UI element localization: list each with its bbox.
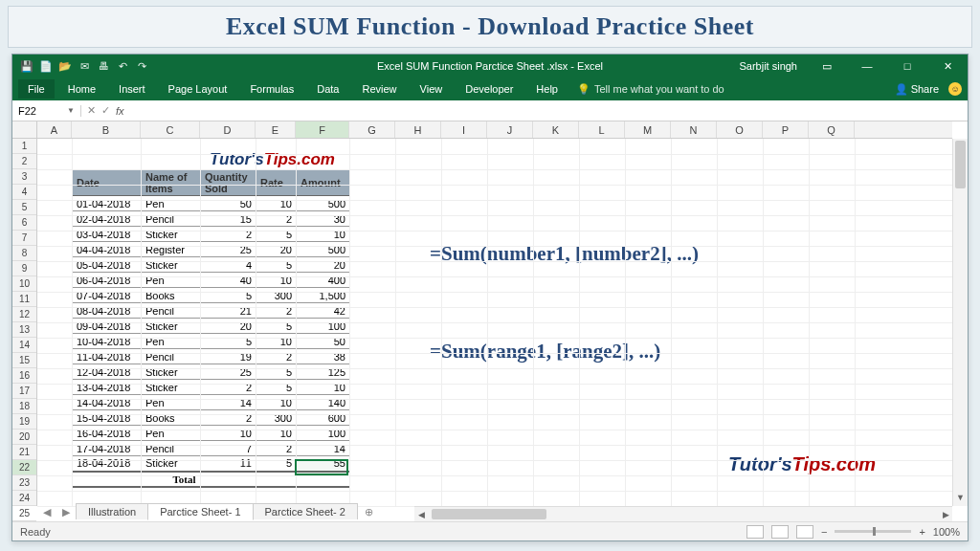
table-cell[interactable]: 20 (201, 319, 256, 334)
col-header-O[interactable]: O (717, 121, 763, 138)
col-header-I[interactable]: I (441, 121, 487, 138)
tab-developer[interactable]: Developer (456, 79, 523, 99)
sheet-nav-next-icon[interactable]: ▶ (56, 506, 76, 518)
table-cell[interactable]: 38 (297, 349, 350, 364)
table-cell[interactable]: 500 (297, 196, 350, 211)
scroll-down-icon[interactable]: ▼ (953, 493, 968, 506)
table-cell[interactable]: 30 (297, 211, 350, 227)
table-cell[interactable]: 40 (201, 273, 256, 288)
tab-home[interactable]: Home (58, 79, 105, 99)
row-header-7[interactable]: 7 (12, 231, 36, 246)
scroll-left-icon[interactable]: ◀ (414, 507, 428, 521)
row-header-12[interactable]: 12 (12, 307, 36, 322)
table-cell[interactable]: 5 (256, 364, 297, 380)
zoom-slider[interactable] (835, 530, 911, 533)
table-cell[interactable]: 14 (297, 441, 350, 456)
table-cell[interactable]: 7 (201, 441, 256, 456)
table-cell[interactable]: Sticker (142, 364, 201, 380)
name-box[interactable]: F22 ▼ (12, 105, 81, 117)
table-cell[interactable]: 25 (201, 364, 256, 380)
table-cell[interactable]: Sticker (142, 227, 201, 242)
row-header-10[interactable]: 10 (12, 276, 36, 292)
table-cell[interactable]: Sticker (142, 319, 201, 334)
table-row[interactable]: 17-04-2018Pencil7214 (73, 441, 350, 456)
table-cell[interactable]: 11-04-2018 (73, 349, 142, 364)
close-icon[interactable]: ✕ (931, 55, 964, 77)
table-cell[interactable]: 21 (201, 303, 256, 319)
tab-help[interactable]: Help (526, 79, 568, 99)
sheet-tab[interactable]: Parctice Sheet- 2 (253, 503, 358, 519)
table-cell[interactable]: 10 (297, 380, 350, 395)
table-cell[interactable]: 300 (256, 410, 297, 426)
tab-view[interactable]: View (411, 79, 453, 99)
table-cell[interactable]: 20 (256, 242, 297, 257)
table-cell[interactable]: Pencil (142, 303, 201, 319)
table-cell[interactable]: Sticker (142, 456, 201, 472)
tab-review[interactable]: Review (352, 79, 406, 99)
table-cell[interactable]: 55 (297, 456, 350, 472)
vscroll-thumb[interactable] (955, 141, 966, 188)
table-cell[interactable]: 2 (256, 441, 297, 456)
open-icon[interactable]: 📂 (58, 59, 72, 73)
table-cell[interactable]: 500 (297, 242, 350, 257)
table-row[interactable]: 15-04-2018Books2300600 (73, 410, 350, 426)
new-icon[interactable]: 📄 (39, 59, 53, 73)
table-cell[interactable]: 300 (256, 288, 297, 303)
select-all-corner[interactable] (12, 121, 37, 139)
col-header-J[interactable]: J (487, 121, 533, 138)
row-header-14[interactable]: 14 (12, 338, 36, 353)
table-row[interactable]: 02-04-2018Pencil15230 (73, 211, 350, 227)
table-cell[interactable]: Books (142, 410, 201, 426)
table-cell[interactable]: 19 (201, 349, 256, 364)
table-row[interactable]: 12-04-2018Sticker255125 (73, 364, 350, 380)
row-header-18[interactable]: 18 (12, 399, 36, 414)
save-icon[interactable]: 💾 (20, 59, 33, 73)
table-cell[interactable]: 14 (201, 395, 256, 410)
table-row[interactable]: 06-04-2018Pen4010400 (73, 273, 350, 288)
table-cell[interactable]: 4 (201, 257, 256, 273)
col-header-E[interactable]: E (256, 121, 296, 138)
table-cell[interactable]: 08-04-2018 (73, 303, 142, 319)
horizontal-scrollbar[interactable]: ◀ ▶ (414, 506, 952, 521)
table-cell[interactable]: Sticker (142, 380, 201, 395)
table-cell[interactable]: Register (142, 242, 201, 257)
maximize-icon[interactable]: □ (891, 55, 924, 77)
table-cell[interactable]: 14-04-2018 (73, 395, 142, 410)
total-cell[interactable] (297, 472, 350, 487)
table-cell[interactable]: Sticker (142, 257, 201, 273)
cells-canvas[interactable]: Tutor'sTips.com Tutor'sTips.com =Sum(num… (37, 139, 952, 506)
row-header-21[interactable]: 21 (12, 445, 36, 460)
table-cell[interactable]: 10 (256, 426, 297, 441)
sheet-tab[interactable]: Parctice Sheet- 1 (147, 503, 253, 520)
sheet-nav-prev-icon[interactable]: ◀ (37, 506, 56, 518)
table-cell[interactable]: 10 (256, 334, 297, 349)
row-header-5[interactable]: 5 (12, 200, 36, 215)
table-row[interactable]: 10-04-2018Pen51050 (73, 334, 350, 349)
zoom-level[interactable]: 100% (933, 526, 960, 538)
table-cell[interactable]: 07-04-2018 (73, 288, 142, 303)
cancel-formula-icon[interactable]: ✕ (87, 104, 96, 117)
enter-formula-icon[interactable]: ✓ (101, 104, 110, 117)
table-cell[interactable]: 10 (256, 196, 297, 211)
table-cell[interactable]: 20 (297, 257, 350, 273)
normal-view-icon[interactable] (746, 525, 764, 539)
table-row[interactable]: 16-04-2018Pen1010100 (73, 426, 350, 441)
row-header-17[interactable]: 17 (12, 384, 36, 399)
table-cell[interactable]: 400 (297, 273, 350, 288)
table-cell[interactable]: 125 (297, 364, 350, 380)
table-cell[interactable]: 01-04-2018 (73, 196, 142, 211)
col-header-M[interactable]: M (625, 121, 671, 138)
share-button[interactable]: 👤 Share (895, 83, 939, 96)
row-header-13[interactable]: 13 (12, 322, 36, 338)
hscroll-thumb[interactable] (432, 509, 546, 519)
table-row[interactable]: 13-04-2018Sticker2510 (73, 380, 350, 395)
table-cell[interactable]: Pen (142, 395, 201, 410)
table-cell[interactable]: Pen (142, 196, 201, 211)
table-cell[interactable]: 5 (256, 319, 297, 334)
row-header-25[interactable]: 25 (12, 506, 36, 521)
table-cell[interactable]: 13-04-2018 (73, 380, 142, 395)
table-cell[interactable]: 04-04-2018 (73, 242, 142, 257)
row-header-2[interactable]: 2 (12, 154, 36, 169)
table-cell[interactable]: 5 (256, 456, 297, 472)
col-header-G[interactable]: G (349, 121, 395, 138)
